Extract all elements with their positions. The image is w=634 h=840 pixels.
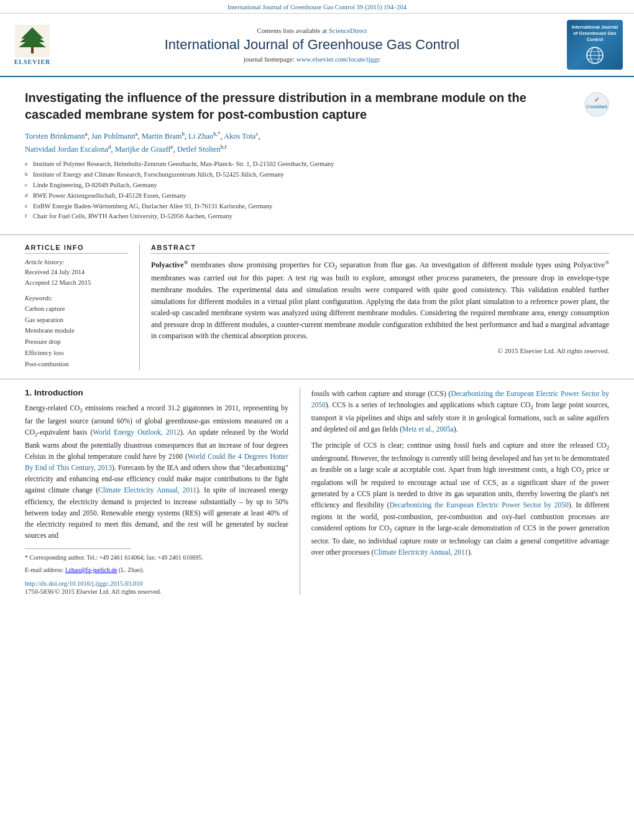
keyword-2: Gas separation bbox=[25, 315, 128, 326]
affil-c-text: Linde Engineering, D-82049 Pullach, Germ… bbox=[33, 180, 157, 191]
main-content: 1. Introduction Energy-related CO2 emiss… bbox=[0, 379, 634, 595]
author-stolten[interactable]: Detlef Stolten bbox=[177, 145, 221, 154]
received-date: Received 24 July 2014 Accepted 12 March … bbox=[25, 267, 128, 288]
ref-decarbonizing-1[interactable]: Decarbonizing the European Electric Powe… bbox=[311, 390, 609, 408]
crossmark-badge: ✓ CrossMark bbox=[584, 92, 609, 117]
footnote-divider bbox=[25, 548, 131, 549]
right-para-1: fossils with carbon capture and storage … bbox=[311, 388, 609, 435]
article-info-title: ARTICLE INFO bbox=[25, 244, 128, 254]
keyword-5: Efficiency loss bbox=[25, 348, 128, 359]
journal-top-bar: International Journal of Greenhouse Gas … bbox=[0, 0, 634, 14]
keyword-1: Carbon capture bbox=[25, 303, 128, 315]
keyword-4: Pressure drop bbox=[25, 336, 128, 348]
doi-link[interactable]: http://dx.doi.org/10.1016/j.ijggc.2015.0… bbox=[25, 580, 288, 587]
homepage-link[interactable]: www.elsevier.com/locate/ijggc bbox=[296, 55, 381, 63]
article-info-abstract: ARTICLE INFO Article history: Received 2… bbox=[0, 234, 634, 370]
footnote-email: E-mail address: l.zhao@fz-juelich.de (L.… bbox=[25, 565, 288, 575]
ref-metz[interactable]: Metz et al., 2005a bbox=[402, 425, 454, 433]
affil-e-text: EnBW Energie Baden-Württemberg AG, Durla… bbox=[33, 201, 272, 212]
affil-c: c Linde Engineering, D-82049 Pullach, Ge… bbox=[25, 180, 609, 191]
affil-a-text: Institute of Polymer Research, Helmholtz… bbox=[33, 159, 334, 170]
keyword-6: Post-combustion bbox=[25, 359, 128, 370]
affil-a: a Institute of Polymer Research, Helmhol… bbox=[25, 159, 609, 170]
author-tota[interactable]: Akos Tota bbox=[224, 132, 255, 141]
author-brinkmann[interactable]: Torsten Brinkmann bbox=[25, 132, 85, 141]
journal-header: ELSEVIER Contents lists available at Sci… bbox=[0, 14, 634, 77]
history-label: Article history: bbox=[25, 259, 128, 265]
footnote-corresponding: * Corresponding author. Tel.: +49 2461 6… bbox=[25, 553, 288, 563]
svg-text:✓: ✓ bbox=[594, 96, 599, 103]
ref-world-energy[interactable]: World Energy Outlook, 2012 bbox=[93, 428, 180, 436]
affil-b: b Institute of Energy and Climate Resear… bbox=[25, 170, 609, 180]
ref-decarbonizing-2[interactable]: Decarbonizing the European Electric Powe… bbox=[390, 501, 569, 509]
contents-line: Contents lists available at ScienceDirec… bbox=[63, 27, 561, 34]
right-column: fossils with carbon capture and storage … bbox=[300, 388, 609, 595]
article-section: Investigating the influence of the press… bbox=[0, 77, 634, 228]
intro-heading: 1. Introduction bbox=[25, 388, 288, 397]
left-column: 1. Introduction Energy-related CO2 emiss… bbox=[25, 388, 300, 595]
article-info-panel: ARTICLE INFO Article history: Received 2… bbox=[25, 244, 140, 370]
abstract-panel: ABSTRACT Polyactive® membranes show prom… bbox=[140, 244, 609, 370]
ref-climate-elec-2[interactable]: Climate Electricity Annual, 2011 bbox=[374, 548, 468, 556]
keywords-label: Keywords: bbox=[25, 295, 128, 302]
email-link[interactable]: l.zhao@fz-juelich.de bbox=[65, 566, 117, 573]
sciencedirect-link[interactable]: ScienceDirect bbox=[329, 27, 367, 34]
authors: Torsten Brinkmanna, Jan Pohlmanna, Marti… bbox=[25, 129, 609, 155]
keyword-3: Membrane module bbox=[25, 325, 128, 336]
journal-logo-box: International Journal of Greenhouse Gas … bbox=[567, 20, 623, 70]
ref-4degrees[interactable]: World Could Be 4 Degrees Hotter By End o… bbox=[25, 453, 288, 471]
author-escalona[interactable]: Natividad Jordan Escalona bbox=[25, 145, 108, 154]
affil-f-text: Chair for Fuel Cells, RWTH Aachen Univer… bbox=[33, 211, 232, 222]
title-crossmark-row: Investigating the influence of the press… bbox=[25, 90, 609, 123]
right-para-2: The principle of CCS is clear; continue … bbox=[311, 440, 609, 558]
elsevier-text-label: ELSEVIER bbox=[14, 58, 51, 65]
ref-climate-elec-1[interactable]: Climate Electricity Annual, 2011 bbox=[98, 486, 196, 494]
intro-paragraph-1: Energy-related CO2 emissions reached a r… bbox=[25, 402, 288, 541]
issn-line: 1750-5836/© 2015 Elsevier Ltd. All right… bbox=[25, 588, 288, 595]
affil-d: d RWE Power Aktiengesellschaft, D-45128 … bbox=[25, 191, 609, 201]
affil-d-text: RWE Power Aktiengesellschaft, D-45128 Es… bbox=[33, 191, 186, 201]
author-bram[interactable]: Martin Bram bbox=[142, 132, 182, 141]
abstract-text: Polyactive® membranes show promising pro… bbox=[151, 259, 609, 342]
author-zhao[interactable]: Li Zhao bbox=[188, 132, 213, 141]
page: International Journal of Greenhouse Gas … bbox=[0, 0, 634, 840]
author-graaff[interactable]: Marijke de Graaff bbox=[115, 145, 171, 154]
copyright-line: © 2015 Elsevier Ltd. All rights reserved… bbox=[151, 347, 609, 354]
elsevier-tree-icon bbox=[15, 25, 50, 57]
affiliations: a Institute of Polymer Research, Helmhol… bbox=[25, 159, 609, 222]
article-title: Investigating the influence of the press… bbox=[25, 90, 578, 123]
author-pohlmann[interactable]: Jan Pohlmann bbox=[91, 132, 135, 141]
journal-citation: International Journal of Greenhouse Gas … bbox=[227, 4, 407, 11]
keywords-list: Carbon capture Gas separation Membrane m… bbox=[25, 303, 128, 370]
affil-b-text: Institute of Energy and Climate Research… bbox=[33, 170, 284, 180]
affil-e: e EnBW Energie Baden-Württemberg AG, Dur… bbox=[25, 201, 609, 212]
svg-text:CrossMark: CrossMark bbox=[586, 104, 607, 109]
header-middle: Contents lists available at ScienceDirec… bbox=[63, 27, 561, 63]
journal-title: International Journal of Greenhouse Gas … bbox=[63, 37, 561, 53]
affil-f: f Chair for Fuel Cells, RWTH Aachen Univ… bbox=[25, 211, 609, 222]
globe-icon bbox=[585, 45, 605, 65]
journal-homepage: journal homepage: www.elsevier.com/locat… bbox=[63, 55, 561, 63]
abstract-title: ABSTRACT bbox=[151, 244, 609, 254]
elsevier-logo: ELSEVIER bbox=[7, 25, 57, 65]
logo-title: International Journal of Greenhouse Gas … bbox=[571, 24, 619, 42]
